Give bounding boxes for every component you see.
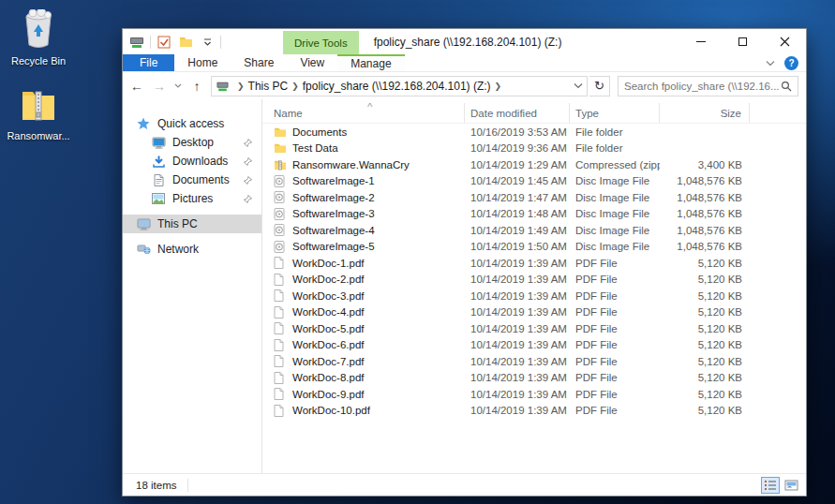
file-name: SoftwareImage-4	[292, 225, 375, 236]
file-row[interactable]: Documents10/16/2019 3:53 AMFile folder	[262, 124, 806, 141]
sidebar-item-desktop[interactable]: Desktop	[123, 133, 261, 152]
tab-share[interactable]: Share	[231, 54, 287, 71]
pin-icon	[244, 174, 252, 187]
tab-manage[interactable]: Manage	[337, 54, 404, 71]
large-icons-view-button[interactable]	[782, 477, 800, 494]
network-icon	[136, 244, 151, 255]
sidebar-item-documents[interactable]: Documents	[123, 170, 261, 189]
file-row[interactable]: WorkDoc-5.pdf10/14/2019 1:39 AMPDF File5…	[262, 320, 806, 337]
tab-view[interactable]: View	[287, 54, 337, 71]
file-name: Documents	[292, 126, 347, 138]
window-controls	[679, 29, 806, 54]
file-row[interactable]: WorkDoc-4.pdf10/14/2019 1:39 AMPDF File5…	[262, 304, 806, 321]
file-list-body: Documents10/16/2019 3:53 AMFile folderTe…	[262, 124, 806, 473]
desktop-icon-ransomware-zip[interactable]: Ransomwar...	[2, 86, 75, 141]
customize-toolbar-chevron-icon[interactable]	[199, 34, 216, 51]
file-date-modified: 10/14/2019 1:39 AM	[465, 274, 570, 285]
file-date-modified: 10/14/2019 1:39 AM	[465, 258, 570, 269]
file-date-modified: 10/14/2019 1:39 AM	[465, 306, 570, 318]
column-header-type[interactable]: Type	[570, 103, 660, 123]
properties-checkbox-icon[interactable]	[156, 34, 172, 51]
maximize-button[interactable]	[722, 29, 764, 54]
toolbar-separator	[220, 36, 221, 49]
drive-tools-contextual-tab[interactable]: Drive Tools	[283, 31, 359, 54]
file-row[interactable]: WorkDoc-3.pdf10/14/2019 1:39 AMPDF File5…	[262, 288, 806, 304]
column-header-size[interactable]: Size	[660, 103, 750, 123]
file-size: 5,120 KB	[660, 372, 750, 383]
sidebar-item-this-pc[interactable]: This PC	[123, 215, 261, 233]
sidebar-item-downloads[interactable]: Downloads	[123, 152, 261, 170]
file-name: WorkDoc-9.pdf	[292, 389, 364, 400]
column-header-date-modified[interactable]: Date modified	[465, 103, 570, 123]
pdf-icon	[274, 388, 287, 400]
file-date-modified: 10/14/2019 1:39 AM	[465, 405, 570, 416]
address-bar[interactable]: ❯ This PC ❯ fpolicy_share (\\192.168.204…	[211, 76, 588, 96]
address-dropdown-chevron-icon[interactable]	[574, 82, 583, 89]
pin-icon	[244, 193, 252, 206]
file-size: 5,120 KB	[660, 389, 750, 400]
breadcrumb-item-this-pc[interactable]: This PC	[248, 80, 289, 93]
breadcrumb-separator: ❯	[491, 82, 506, 91]
file-type: PDF File	[570, 258, 660, 269]
sidebar-item-label: Desktop	[172, 136, 214, 149]
ribbon-tab-row: FileHomeShareViewManage ?	[123, 54, 806, 72]
file-row[interactable]: WorkDoc-1.pdf10/14/2019 1:39 AMPDF File5…	[262, 255, 806, 272]
breadcrumb-item-fpolicy-share[interactable]: fpolicy_share (\\192.168.204.101) (Z:)	[303, 80, 491, 93]
disc-icon	[274, 208, 287, 220]
forward-button[interactable]: →	[149, 76, 170, 96]
file-type: File folder	[570, 126, 660, 138]
file-type: Disc Image File	[570, 225, 660, 236]
file-type: PDF File	[570, 339, 660, 350]
sidebar-item-quick-access[interactable]: Quick access	[123, 114, 261, 133]
tab-home[interactable]: Home	[174, 54, 231, 71]
file-row[interactable]: WorkDoc-7.pdf10/14/2019 1:39 AMPDF File5…	[262, 353, 806, 370]
minimize-button[interactable]	[679, 29, 722, 54]
file-row[interactable]: Test Data10/14/2019 9:36 AMFile folder	[262, 141, 806, 157]
computer-icon	[136, 218, 151, 230]
window-title: fpolicy_share (\\192.168.204.101) (Z:)	[359, 29, 679, 54]
large-icons-view-icon	[784, 480, 798, 491]
refresh-button[interactable]: ↻	[589, 76, 610, 96]
close-button[interactable]	[764, 29, 806, 54]
file-row[interactable]: WorkDoc-10.pdf10/14/2019 1:39 AMPDF File…	[262, 403, 806, 420]
file-size: 5,120 KB	[660, 290, 750, 302]
file-row[interactable]: WorkDoc-2.pdf10/14/2019 1:39 AMPDF File5…	[262, 272, 806, 289]
file-type: PDF File	[570, 290, 660, 302]
file-name: WorkDoc-8.pdf	[292, 372, 364, 383]
sidebar-item-label: Pictures	[172, 192, 213, 205]
details-view-icon	[764, 480, 777, 491]
column-header-name[interactable]: Name ^	[262, 103, 465, 123]
sidebar-item-network[interactable]: Network	[123, 240, 261, 259]
file-row[interactable]: SoftwareImage-110/14/2019 1:45 AMDisc Im…	[262, 173, 806, 190]
file-row[interactable]: WorkDoc-8.pdf10/14/2019 1:39 AMPDF File5…	[262, 370, 806, 387]
file-row[interactable]: Ransomware.WannaCry10/14/2019 1:29 AMCom…	[262, 156, 806, 173]
file-row[interactable]: SoftwareImage-410/14/2019 1:49 AMDisc Im…	[262, 222, 806, 239]
recent-locations-chevron-icon[interactable]	[171, 76, 185, 96]
expand-ribbon-chevron-icon[interactable]	[766, 60, 775, 67]
sidebar-item-label: Downloads	[172, 155, 228, 168]
back-button[interactable]: ←	[127, 76, 147, 96]
file-size: 5,120 KB	[660, 306, 750, 318]
file-type: Disc Image File	[570, 192, 660, 203]
tab-file[interactable]: File	[123, 54, 174, 71]
file-row[interactable]: WorkDoc-6.pdf10/14/2019 1:39 AMPDF File5…	[262, 337, 806, 354]
details-view-button[interactable]	[761, 477, 780, 494]
file-size: 1,048,576 KB	[660, 208, 750, 219]
minimize-icon	[696, 41, 706, 42]
pdf-icon	[274, 355, 287, 367]
desktop-icon-recycle-bin[interactable]: Recycle Bin	[2, 9, 75, 67]
up-button[interactable]: ↑	[186, 76, 207, 96]
file-date-modified: 10/14/2019 1:39 AM	[465, 389, 570, 400]
file-type: Disc Image File	[570, 241, 660, 252]
search-box[interactable]	[618, 76, 798, 96]
search-input[interactable]	[624, 81, 781, 92]
new-folder-icon[interactable]	[177, 34, 194, 51]
file-row[interactable]: SoftwareImage-210/14/2019 1:47 AMDisc Im…	[262, 189, 806, 206]
file-name: WorkDoc-6.pdf	[292, 339, 364, 350]
help-icon[interactable]: ?	[784, 56, 798, 70]
file-row[interactable]: SoftwareImage-310/14/2019 1:48 AMDisc Im…	[262, 206, 806, 223]
search-icon	[781, 81, 792, 92]
sidebar-item-pictures[interactable]: Pictures	[123, 189, 261, 208]
file-row[interactable]: SoftwareImage-510/14/2019 1:50 AMDisc Im…	[262, 239, 806, 256]
file-row[interactable]: WorkDoc-9.pdf10/14/2019 1:39 AMPDF File5…	[262, 386, 806, 403]
